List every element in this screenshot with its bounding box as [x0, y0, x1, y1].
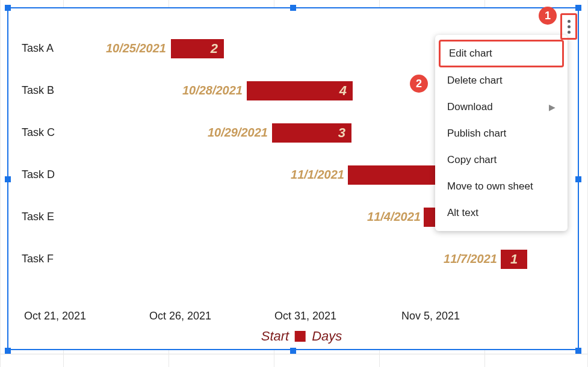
x-axis-tick: Oct 31, 2021 [274, 310, 336, 322]
menu-item-copy-chart[interactable]: Copy chart [435, 147, 568, 173]
days-bar: 1 [501, 250, 527, 269]
kebab-icon [568, 25, 571, 28]
kebab-icon [568, 20, 571, 23]
selection-handle[interactable] [5, 348, 11, 354]
task-label: Task B [22, 84, 54, 97]
days-bar: 3 [272, 123, 351, 143]
menu-label: Alt text [447, 207, 478, 219]
selection-handle[interactable] [5, 176, 11, 182]
selection-handle[interactable] [575, 5, 581, 11]
chevron-right-icon: ▶ [549, 102, 556, 112]
menu-item-download[interactable]: Download ▶ [435, 94, 568, 120]
menu-item-delete-chart[interactable]: Delete chart [435, 67, 568, 94]
x-axis-tick: Nov 5, 2021 [401, 310, 460, 322]
chart-more-options-button[interactable] [560, 13, 577, 40]
selection-handle[interactable] [290, 348, 296, 354]
task-label: Task F [22, 253, 54, 265]
start-date-label: 10/29/2021 [178, 126, 268, 140]
kebab-icon [568, 31, 571, 34]
task-label: Task D [22, 168, 55, 181]
menu-label: Edit chart [449, 48, 492, 60]
selection-handle[interactable] [575, 348, 581, 354]
menu-item-alt-text[interactable]: Alt text [435, 200, 568, 226]
selection-handle[interactable] [5, 5, 11, 11]
start-date-label: 11/7/2021 [413, 252, 497, 266]
menu-label: Delete chart [447, 75, 503, 87]
days-bar: 4 [247, 81, 353, 100]
start-date-label: 10/28/2021 [152, 84, 243, 97]
days-value: 3 [338, 125, 345, 141]
selection-handle[interactable] [575, 176, 581, 182]
x-axis-tick: Oct 26, 2021 [149, 310, 211, 322]
legend-swatch [295, 331, 306, 342]
start-date-label: 11/4/2021 [336, 210, 421, 224]
start-date-label: 10/25/2021 [76, 42, 166, 55]
table-row: Task F 11/7/2021 1 [22, 245, 581, 273]
menu-item-edit-chart[interactable]: Edit chart [439, 40, 564, 67]
chart-context-menu: Edit chart Delete chart Download ▶ Publi… [435, 35, 568, 231]
selection-handle[interactable] [290, 5, 296, 11]
menu-item-publish-chart[interactable]: Publish chart [435, 120, 568, 147]
menu-label: Copy chart [447, 154, 497, 166]
menu-label: Download [447, 101, 493, 113]
start-date-label: 11/1/2021 [260, 168, 344, 182]
annotation-callout: 2 [410, 75, 428, 93]
days-bar: 2 [171, 39, 224, 58]
chart-legend: Start Days [261, 328, 342, 344]
legend-start-label: Start [261, 328, 289, 344]
days-value: 1 [510, 251, 518, 267]
legend-days-label: Days [312, 328, 342, 344]
task-label: Task A [22, 42, 54, 55]
menu-item-move-to-sheet[interactable]: Move to own sheet [435, 173, 568, 200]
annotation-callout: 1 [539, 7, 557, 25]
menu-label: Publish chart [447, 128, 506, 140]
days-value: 2 [211, 41, 218, 57]
task-label: Task E [22, 211, 54, 223]
days-value: 4 [339, 83, 347, 99]
task-label: Task C [22, 126, 55, 139]
x-axis-tick: Oct 21, 2021 [24, 310, 86, 322]
menu-label: Move to own sheet [447, 180, 533, 193]
